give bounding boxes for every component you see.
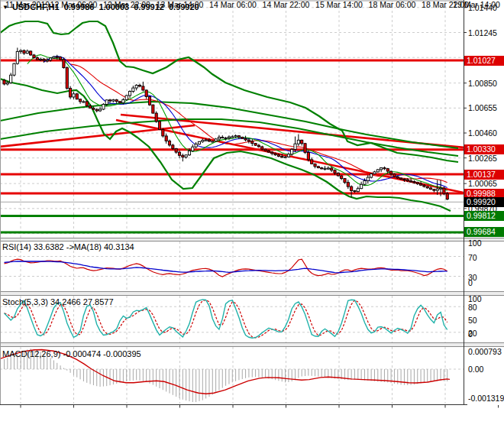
bear-candle xyxy=(208,140,210,141)
bear-candle xyxy=(274,154,276,155)
bear-candle xyxy=(165,136,167,141)
bull-candle xyxy=(212,141,214,142)
bear-candle xyxy=(409,181,412,182)
bull-candle xyxy=(128,92,131,96)
stochastic-panel-label: Stoch(5,3,3) 34.2466 27.8577 xyxy=(2,297,114,306)
rsi-axis-label: 0 xyxy=(468,278,473,287)
bear-candle xyxy=(311,160,313,164)
time-axis-label: 13 Mar 14:00 xyxy=(153,0,207,9)
bear-candle xyxy=(334,170,336,173)
bear-candle xyxy=(178,152,180,155)
bull-candle xyxy=(102,104,105,109)
bear-candle xyxy=(443,188,445,193)
bear-candle xyxy=(423,185,425,186)
bear-candle xyxy=(301,140,303,143)
bull-candle xyxy=(376,170,379,172)
bull-candle xyxy=(26,51,28,54)
time-axis-label: 14 Mar 06:00 xyxy=(206,0,260,9)
bear-candle xyxy=(86,102,88,106)
bull-candle xyxy=(195,144,197,148)
bull-candle xyxy=(99,109,101,111)
bear-candle xyxy=(172,145,174,148)
bear-candle xyxy=(43,59,45,60)
time-axis-label: 12 Mar 06:00 xyxy=(47,0,101,9)
bear-candle xyxy=(354,190,356,191)
bull-candle xyxy=(284,157,286,157)
bear-candle xyxy=(304,144,306,153)
resistance-price-badge: 1.00137 xyxy=(464,170,504,180)
bull-candle xyxy=(73,94,75,97)
bear-candle xyxy=(142,86,144,90)
time-axis-label: 14 Mar 22:00 xyxy=(260,0,313,9)
bull-candle xyxy=(132,88,134,91)
bear-candle xyxy=(155,113,157,122)
bull-candle xyxy=(198,141,200,144)
bear-candle xyxy=(3,80,5,84)
bull-candle xyxy=(188,151,190,154)
bear-candle xyxy=(347,183,349,186)
bear-candle xyxy=(79,99,81,102)
bear-candle xyxy=(264,149,267,151)
mt4-chart-window: ▼USDCHF,H10.999861.000030.999120.99920 R… xyxy=(0,0,504,428)
price-axis-label: 1.00265 xyxy=(468,154,497,163)
bear-candle xyxy=(416,183,418,184)
bear-candle xyxy=(241,137,244,138)
bear-candle xyxy=(267,151,270,152)
bear-candle xyxy=(118,102,121,103)
bull-candle xyxy=(439,188,441,189)
bull-candle xyxy=(363,180,366,184)
bull-candle xyxy=(16,51,18,63)
bull-candle xyxy=(357,189,359,192)
macd-axis-label: -0.001319 xyxy=(468,394,504,403)
panel-separator xyxy=(0,292,504,296)
bear-candle xyxy=(89,106,91,109)
bear-candle xyxy=(152,105,154,113)
bear-candle xyxy=(237,136,240,138)
time-axis-label: 12 Mar 22:00 xyxy=(100,0,153,9)
bear-candle xyxy=(426,186,428,188)
bear-candle xyxy=(56,57,58,57)
bear-candle xyxy=(63,60,65,68)
bear-candle xyxy=(393,174,396,177)
bear-candle xyxy=(69,89,72,97)
bear-candle xyxy=(60,57,62,60)
bear-candle xyxy=(383,168,386,169)
bear-candle xyxy=(175,148,177,152)
macd-axis-label: 0.000793 xyxy=(468,347,502,356)
bear-candle xyxy=(168,141,170,144)
bear-candle xyxy=(413,182,415,183)
bear-candle xyxy=(108,100,111,101)
chart-canvas[interactable] xyxy=(0,0,504,428)
stochastic-axis-label: 50 xyxy=(468,316,477,325)
bear-candle xyxy=(390,171,393,174)
bull-candle xyxy=(367,177,369,180)
bear-candle xyxy=(115,100,118,102)
bull-candle xyxy=(40,59,42,60)
bear-candle xyxy=(247,140,250,141)
bear-candle xyxy=(261,147,263,149)
bull-candle xyxy=(46,60,48,61)
bear-candle xyxy=(400,178,402,179)
bear-candle xyxy=(254,144,257,146)
bear-candle xyxy=(281,157,283,157)
bull-candle xyxy=(360,184,363,188)
bull-candle xyxy=(436,189,438,190)
time-axis-label: 18 Mar 06:00 xyxy=(366,0,419,9)
bear-candle xyxy=(351,186,353,190)
bear-candle xyxy=(271,152,273,154)
bear-candle xyxy=(331,168,333,170)
bull-candle xyxy=(192,147,194,151)
current-price-badge: 0.99920 xyxy=(464,197,504,207)
bull-candle xyxy=(373,172,376,174)
bear-candle xyxy=(396,177,399,178)
rsi-axis-label: 70 xyxy=(468,253,477,262)
bull-candle xyxy=(297,140,299,144)
bull-candle xyxy=(20,50,22,51)
bear-candle xyxy=(314,164,316,166)
bull-candle xyxy=(225,138,227,138)
bear-candle xyxy=(419,183,422,185)
bull-candle xyxy=(202,141,204,142)
bull-candle xyxy=(6,83,8,84)
bull-candle xyxy=(53,57,55,58)
bear-candle xyxy=(321,168,323,169)
